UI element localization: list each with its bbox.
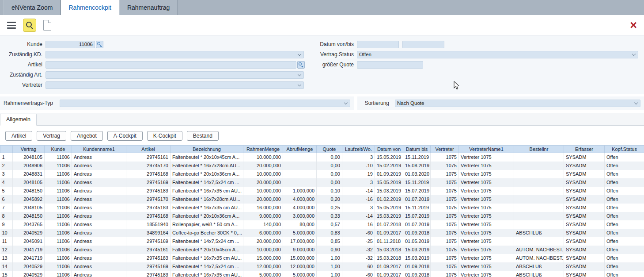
menu-button[interactable] [7,20,16,31]
rahmenvertrags-typ-select[interactable] [60,100,350,107]
table-row[interactable]: 8204815011006Andreas29745168Faltenbeutel… [0,212,644,220]
column-header-laufzeit-wo[interactable]: Laufzeit/Wo. [342,146,375,153]
table-row[interactable]: 11204509111006Andreas29745169Faltenbeute… [0,237,644,246]
table-cell: 2048906 [13,162,45,170]
table-row[interactable]: 9204376511006Andreas18551940Rollenpapier… [0,220,644,229]
toolbar: × [0,15,644,35]
column-header-datum-von[interactable]: Datum von [375,146,403,153]
column-header-erfasser[interactable]: Erfasser [564,146,605,153]
window-tab-enventa-zoom[interactable]: eNVenta Zoom [4,0,61,15]
column-header-datum-bis[interactable]: Datum bis [403,146,431,153]
column-header-abrufmenge[interactable]: AbrufMenge [283,146,317,153]
table-cell: SYSADM [564,254,605,262]
table-cell: 10.000,000 [243,153,283,162]
table-cell: Andreas [72,254,126,262]
vertreter-select[interactable] [45,81,304,89]
datum-bis-input[interactable] [402,41,444,48]
window-tab-rahmenauftrag[interactable]: Rahmenauftrag [119,0,178,15]
table-cell: Offen [605,162,644,170]
column-header-rahmenmenge[interactable]: RahmenMenge [243,146,283,153]
tab-allgemein[interactable]: Allgemein [0,114,37,126]
type-sort-row: Rahmenvertrags-Typ Sortierung Nach Quote [0,96,644,110]
vertrag-status-select[interactable]: Offen [357,51,638,58]
datum-von-input[interactable] [357,41,399,48]
table-row[interactable]: 15204052911006Andreas29745183Faltenbeute… [0,271,644,277]
column-header-bestellnr[interactable]: Bestellnr [514,146,564,153]
table-row[interactable]: 13204171911006Andreas29745183Faltenbeute… [0,254,644,262]
groesser-quote-input[interactable] [357,61,423,69]
table-cell: Vertreter 1075 [459,178,514,187]
table-row[interactable]: 12204171911006Andreas29745161Faltenbeute… [0,246,644,254]
action-button-angebot[interactable]: Angebot [71,131,103,141]
action-button-k-cockpit[interactable]: K-Cockpit [147,131,182,141]
close-icon: × [630,19,637,32]
vertreter-label: Vertreter [4,82,45,88]
table-cell: 1,00 [317,271,342,277]
column-header-artikel[interactable]: Artikel [126,146,170,153]
new-document-button[interactable] [43,20,51,31]
table-cell: Offen [605,220,644,229]
table-row[interactable]: 5204815011006Andreas29745183Faltenbeutel… [0,187,644,195]
table-cell: 2040529 [13,229,45,237]
column-header-quote[interactable]: Quote [317,146,342,153]
table-cell: 15.03.2019 [403,246,431,254]
table-row[interactable]: 14204052911006Andreas29745169Faltenbeute… [0,262,644,271]
action-button-vertrag[interactable]: Vertrag [37,131,66,141]
action-button-a-cockpit[interactable]: A-Cockpit [107,131,143,141]
artikel-input[interactable] [45,61,296,69]
table-row[interactable]: 1204810511006Andreas29745161Faltenbeutel… [0,153,644,162]
kunde-input[interactable] [45,41,95,48]
section-tab-bar: Allgemein [0,113,644,126]
table-cell: 29745170 [126,162,170,170]
table-cell: Offen [605,178,644,187]
table-cell: Offen [605,212,644,220]
close-button[interactable]: × [630,19,637,31]
table-cell: Vertreter 1075 [459,204,514,212]
table-cell: Faltenbeutel * 16x7x28cm AU... [170,195,243,204]
table-row[interactable]: 7204810511006Andreas29745183Faltenbeutel… [0,204,644,212]
table-cell: 5.000,000 [243,271,283,277]
sortierung-select[interactable]: Nach Quote [395,100,640,107]
chevron-down-icon [298,83,301,86]
table-cell: 11006 [45,178,72,187]
table-cell: SYSADM [564,178,605,187]
select-value: Offen [359,52,371,57]
table-row[interactable]: 2204890611006Andreas29745170Faltenbeutel… [0,162,644,170]
artikel-search-button[interactable] [297,61,305,69]
table-cell: 15.08.2019 [403,162,431,170]
table-row[interactable]: 3204883111006Andreas29745168Faltenbeutel… [0,170,644,178]
table-cell: 2048150 [13,187,45,195]
toolbar-search-button[interactable] [23,19,36,32]
table-cell: Andreas [72,262,126,271]
column-header-kundenname1[interactable]: Kundenname1 [72,146,126,153]
zustaendig-kd-select[interactable] [45,51,304,58]
table-cell: 8 [0,212,13,220]
column-header-kunde[interactable]: Kunde [45,146,72,153]
table-cell: 0,20 [317,195,342,204]
column-header-vertreter[interactable]: Vertreter [431,146,459,153]
action-button-bestand[interactable]: Bestand [187,131,219,141]
table-cell: Andreas [72,170,126,178]
zustaendig-art-select[interactable] [45,71,304,79]
kunde-search-button[interactable] [96,41,103,48]
action-button-artikel[interactable]: Artikel [5,131,32,141]
table-cell: -14 [342,187,375,195]
table-row[interactable]: 6204589211006Andreas29745170Faltenbeutel… [0,195,644,204]
table-cell: 11006 [45,271,72,277]
table-cell: 15.03.2018 [375,246,403,254]
table-cell: 1,00 [317,254,342,262]
table-cell: 01.07.2019 [403,195,431,204]
column-header-kopf-status[interactable]: Kopf.Status [605,146,644,153]
column-header-bezeichnung[interactable]: Bezeichnung [170,146,243,153]
table-cell: 2045091 [13,237,45,246]
table-cell: 9.000,000 [283,246,317,254]
column-header-vertrag[interactable]: Vertrag [13,146,45,153]
window-tab-rahmencockpit[interactable]: Rahmencockpit [61,0,119,15]
hamburger-menu-icon [7,20,16,31]
new-document-icon [43,20,51,31]
table-row[interactable]: 10204052911006Andreas34899164Coffee-to-g… [0,229,644,237]
column-header-vertretername1[interactable]: VertreterName1 [459,146,514,153]
column-header-rownum[interactable] [0,146,13,153]
table-row[interactable]: 4204810511006Andreas29745169Faltenbeutel… [0,178,644,187]
table-cell: 11006 [45,170,72,178]
